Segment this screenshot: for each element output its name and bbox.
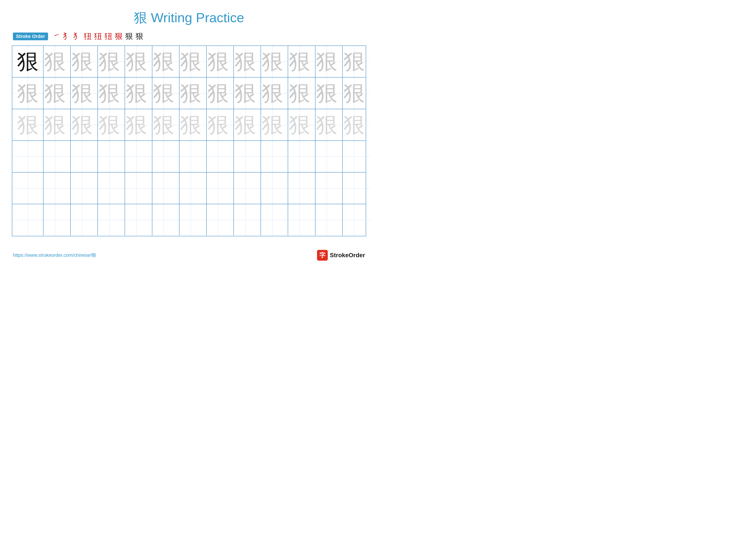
cell-character: 狠 <box>289 51 310 72</box>
grid-cell-3-1[interactable] <box>40 141 71 172</box>
grid-cell-1-8: 狠 <box>230 78 261 109</box>
grid-cell-4-9[interactable] <box>257 172 288 204</box>
cell-character: 狠 <box>234 51 256 72</box>
grid-cell-3-6[interactable] <box>176 141 207 172</box>
grid-cell-3-10[interactable] <box>284 141 315 172</box>
cell-character: 狠 <box>126 83 147 104</box>
grid-cell-0-6: 狠 <box>176 46 207 77</box>
footer-url[interactable]: https://www.strokeorder.com/chinese/狠 <box>13 252 96 259</box>
grid-cell-0-3: 狠 <box>94 46 125 77</box>
grid-row-2: 狠狠狠狠狠狠狠狠狠狠狠狠狠 <box>12 109 366 141</box>
footer: https://www.strokeorder.com/chinese/狠 字 … <box>0 250 378 261</box>
cell-character: 狠 <box>316 51 338 72</box>
grid-cell-3-8[interactable] <box>230 141 261 172</box>
practice-grid: 狠狠狠狠狠狠狠狠狠狠狠狠狠狠狠狠狠狠狠狠狠狠狠狠狠狠狠狠狠狠狠狠狠狠狠狠狠狠狠 <box>12 45 366 236</box>
grid-cell-4-2[interactable] <box>67 172 98 204</box>
grid-cell-3-7[interactable] <box>202 141 234 172</box>
cell-character: 狠 <box>126 51 147 72</box>
grid-cell-4-3[interactable] <box>94 172 125 204</box>
grid-cell-5-1[interactable] <box>40 204 71 236</box>
cell-character: 狠 <box>98 83 120 104</box>
grid-cell-4-7[interactable] <box>202 172 234 204</box>
cell-character: 狠 <box>17 51 39 72</box>
grid-row-3[interactable] <box>12 141 366 172</box>
grid-cell-2-4: 狠 <box>121 109 152 140</box>
cell-character: 狠 <box>343 51 365 72</box>
grid-row-5[interactable] <box>12 204 366 236</box>
cell-character: 狠 <box>180 114 202 136</box>
stroke-step-7: 狠 <box>114 31 123 41</box>
grid-cell-4-4[interactable] <box>121 172 152 204</box>
grid-cell-5-9[interactable] <box>257 204 288 236</box>
grid-cell-4-11[interactable] <box>311 172 343 204</box>
grid-cell-5-0[interactable] <box>12 204 43 236</box>
grid-cell-4-8[interactable] <box>230 172 261 204</box>
stroke-step-3: 犭 <box>73 31 82 41</box>
grid-cell-1-1: 狠 <box>40 78 71 109</box>
grid-cell-4-12[interactable] <box>338 172 370 204</box>
cell-character: 狠 <box>316 83 338 104</box>
grid-cell-3-3[interactable] <box>94 141 125 172</box>
cell-character: 狠 <box>44 114 66 136</box>
grid-row-0: 狠狠狠狠狠狠狠狠狠狠狠狠狠 <box>12 46 366 78</box>
cell-character: 狠 <box>98 51 120 72</box>
stroke-step-4: 狃 <box>83 31 93 41</box>
grid-cell-5-12[interactable] <box>338 204 370 236</box>
grid-cell-1-7: 狠 <box>202 78 234 109</box>
cell-character: 狠 <box>153 114 174 136</box>
grid-cell-3-0[interactable] <box>12 141 43 172</box>
grid-cell-5-8[interactable] <box>230 204 261 236</box>
cell-character: 狠 <box>262 83 283 104</box>
grid-cell-2-2: 狠 <box>67 109 98 140</box>
grid-cell-5-6[interactable] <box>176 204 207 236</box>
grid-cell-2-6: 狠 <box>176 109 207 140</box>
grid-cell-2-3: 狠 <box>94 109 125 140</box>
grid-cell-2-10: 狠 <box>284 109 315 140</box>
grid-cell-1-4: 狠 <box>121 78 152 109</box>
grid-cell-2-0: 狠 <box>12 109 43 140</box>
grid-cell-3-11[interactable] <box>311 141 343 172</box>
grid-cell-4-10[interactable] <box>284 172 315 204</box>
cell-character: 狠 <box>180 83 202 104</box>
grid-cell-3-9[interactable] <box>257 141 288 172</box>
grid-cell-2-1: 狠 <box>40 109 71 140</box>
grid-cell-3-12[interactable] <box>338 141 370 172</box>
grid-cell-4-1[interactable] <box>40 172 71 204</box>
cell-character: 狠 <box>262 114 283 136</box>
grid-cell-2-7: 狠 <box>202 109 234 140</box>
grid-cell-5-3[interactable] <box>94 204 125 236</box>
cell-character: 狠 <box>343 83 365 104</box>
grid-cell-5-10[interactable] <box>284 204 315 236</box>
cell-character: 狠 <box>71 114 93 136</box>
stroke-step-6: 狃 <box>104 31 113 41</box>
cell-character: 狠 <box>343 114 365 136</box>
grid-cell-5-2[interactable] <box>67 204 98 236</box>
brand-logo: 字 StrokeOrder <box>317 250 365 261</box>
grid-cell-0-0: 狠 <box>12 46 43 77</box>
grid-cell-1-9: 狠 <box>257 78 288 109</box>
grid-cell-4-5[interactable] <box>148 172 179 204</box>
grid-cell-5-7[interactable] <box>202 204 234 236</box>
grid-cell-5-11[interactable] <box>311 204 343 236</box>
grid-cell-2-9: 狠 <box>257 109 288 140</box>
grid-cell-3-5[interactable] <box>148 141 179 172</box>
cell-character: 狠 <box>316 114 338 136</box>
grid-row-1: 狠狠狠狠狠狠狠狠狠狠狠狠狠 <box>12 78 366 109</box>
cell-character: 狠 <box>234 114 256 136</box>
grid-cell-1-2: 狠 <box>67 78 98 109</box>
grid-cell-3-4[interactable] <box>121 141 152 172</box>
grid-cell-5-4[interactable] <box>121 204 152 236</box>
grid-cell-4-6[interactable] <box>176 172 207 204</box>
brand-icon: 字 <box>317 250 328 261</box>
grid-cell-0-7: 狠 <box>202 46 234 77</box>
grid-cell-1-10: 狠 <box>284 78 315 109</box>
cell-character: 狠 <box>207 51 229 72</box>
stroke-steps: ㇀ 犭 犭 狃 狃 狃 狠 狠 狠 <box>52 31 144 41</box>
grid-cell-3-2[interactable] <box>67 141 98 172</box>
grid-row-4[interactable] <box>12 172 366 204</box>
grid-cell-1-0: 狠 <box>12 78 43 109</box>
grid-cell-5-5[interactable] <box>148 204 179 236</box>
cell-character: 狠 <box>289 114 310 136</box>
grid-cell-1-11: 狠 <box>311 78 343 109</box>
grid-cell-4-0[interactable] <box>12 172 43 204</box>
